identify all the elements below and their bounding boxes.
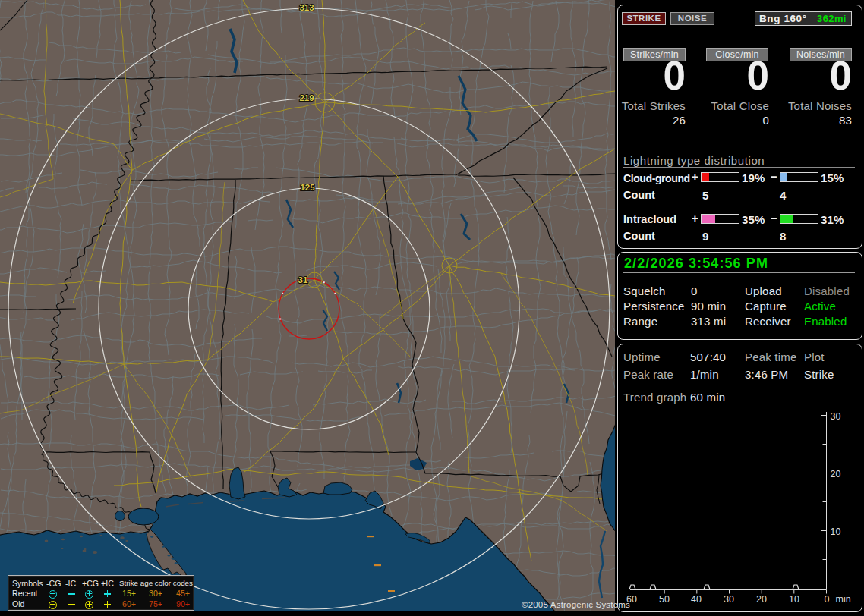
svg-text:20: 20 (831, 469, 841, 479)
svg-text:125: 125 (300, 183, 315, 192)
svg-text:219: 219 (299, 93, 314, 102)
svg-text:40: 40 (691, 594, 702, 605)
svg-text:10: 10 (831, 526, 841, 537)
svg-text:31: 31 (298, 275, 308, 284)
svg-text:min: min (836, 594, 851, 605)
svg-text:30: 30 (831, 411, 841, 422)
svg-text:50: 50 (659, 594, 670, 605)
svg-text:30: 30 (724, 594, 734, 605)
svg-text:0: 0 (825, 594, 830, 605)
svg-text:313: 313 (299, 3, 314, 12)
svg-text:20: 20 (756, 594, 767, 605)
svg-text:10: 10 (789, 594, 799, 605)
